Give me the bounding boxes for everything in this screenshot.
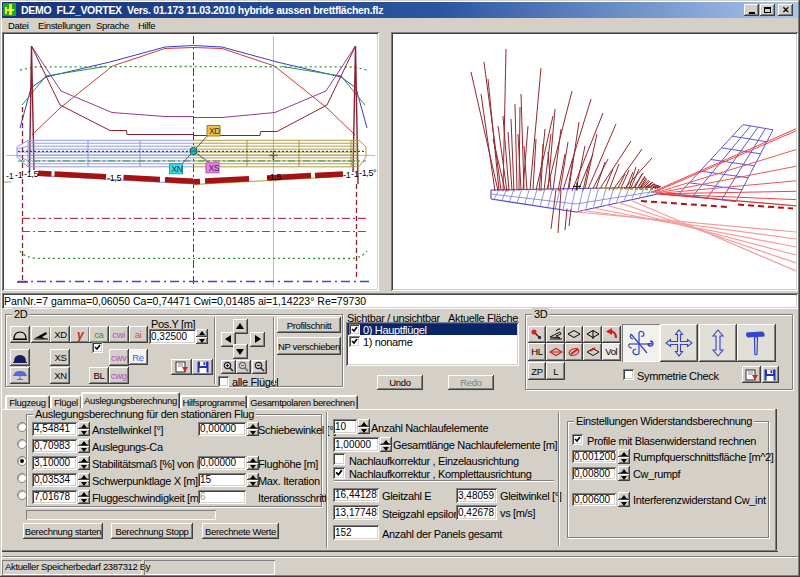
svg-text:-1,5: -1,5	[24, 169, 38, 179]
svg-text:-1: -1	[6, 171, 14, 181]
svg-text:-1,5: -1,5	[267, 172, 281, 182]
svg-text:XD: XD	[209, 126, 220, 136]
svg-text:XN: XN	[172, 164, 183, 174]
svg-text:XS: XS	[209, 163, 220, 173]
svg-text:-1: -1	[351, 169, 359, 179]
svg-text:-1,5°: -1,5°	[359, 168, 377, 178]
svg-text:-1: -1	[343, 170, 351, 180]
svg-text:-1,5: -1,5	[107, 173, 121, 183]
svg-text:-1: -1	[15, 170, 23, 180]
